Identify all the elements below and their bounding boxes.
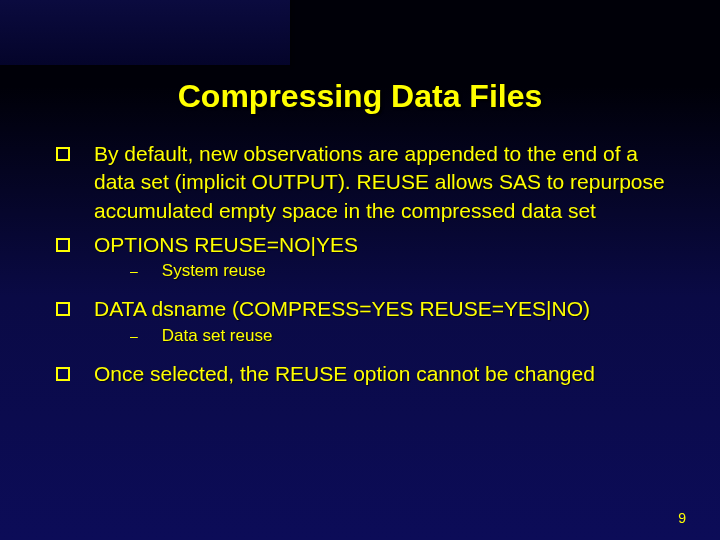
sub-bullet-item: – System reuse bbox=[130, 261, 680, 281]
slide-title: Compressing Data Files bbox=[0, 78, 720, 115]
bullet-item: DATA dsname (COMPRESS=YES REUSE=YES|NO) bbox=[56, 295, 680, 323]
bullet-item: By default, new observations are appende… bbox=[56, 140, 680, 225]
bullet-item: Once selected, the REUSE option cannot b… bbox=[56, 360, 680, 388]
bullet-text: OPTIONS REUSE=NO|YES bbox=[94, 231, 358, 259]
bullet-text: By default, new observations are appende… bbox=[94, 140, 680, 225]
sub-bullet-item: – Data set reuse bbox=[130, 326, 680, 346]
bullet-text: Once selected, the REUSE option cannot b… bbox=[94, 360, 595, 388]
square-bullet-icon bbox=[56, 302, 70, 316]
sub-bullet-text: Data set reuse bbox=[162, 326, 273, 346]
dash-bullet-icon: – bbox=[130, 263, 138, 281]
square-bullet-icon bbox=[56, 147, 70, 161]
square-bullet-icon bbox=[56, 238, 70, 252]
page-number: 9 bbox=[678, 510, 686, 526]
square-bullet-icon bbox=[56, 367, 70, 381]
bullet-item: OPTIONS REUSE=NO|YES bbox=[56, 231, 680, 259]
dash-bullet-icon: – bbox=[130, 328, 138, 346]
bullet-text: DATA dsname (COMPRESS=YES REUSE=YES|NO) bbox=[94, 295, 590, 323]
corner-accent bbox=[0, 0, 290, 65]
sub-bullet-text: System reuse bbox=[162, 261, 266, 281]
slide-body: By default, new observations are appende… bbox=[56, 140, 680, 394]
slide: Compressing Data Files By default, new o… bbox=[0, 0, 720, 540]
